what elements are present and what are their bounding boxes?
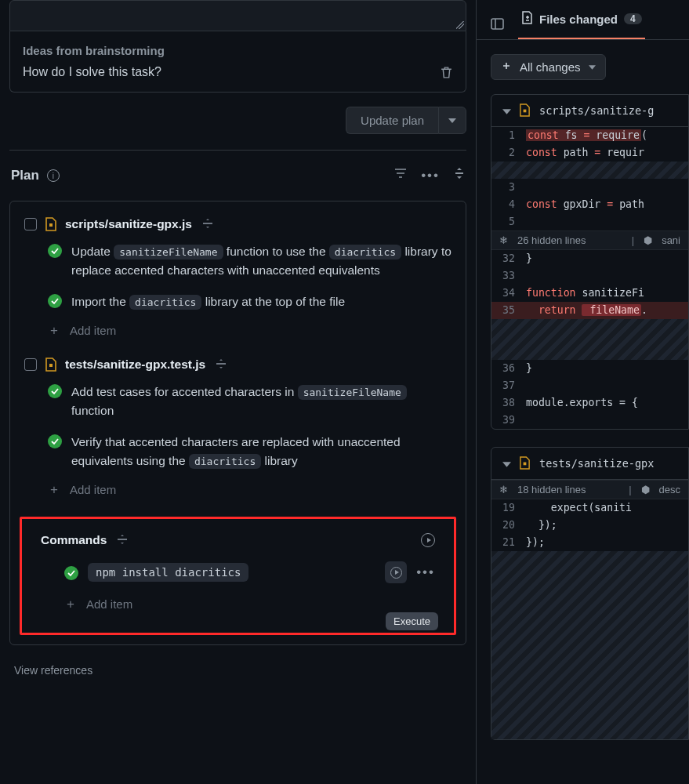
diff-icon (501, 60, 512, 74)
svg-rect-4 (524, 463, 527, 466)
snowflake-icon: ❄ (499, 234, 508, 246)
svg-rect-1 (49, 364, 53, 367)
plan-textarea[interactable] (9, 0, 466, 31)
diff-file: tests/sanitize-gpx ❄ 18 hidden lines | ⬢… (491, 447, 689, 740)
line-number: 38 (491, 394, 526, 412)
update-plan-dropdown[interactable] (438, 107, 466, 134)
plan-file-group: tests/sanitize-gpx.test.js Add test case… (24, 358, 451, 496)
chevron-down-icon[interactable] (502, 104, 511, 117)
file-checkbox[interactable] (24, 358, 37, 371)
code-chip: diacritics (189, 454, 261, 469)
chevron-down-icon (589, 65, 596, 70)
file-modified-icon (45, 358, 57, 372)
info-icon[interactable]: i (47, 169, 60, 182)
tabs-row: Files changed 4 (477, 0, 689, 40)
plan-item[interactable]: Import the diacritics library at the top… (48, 292, 451, 311)
sidebar-toggle-icon[interactable] (491, 17, 504, 33)
run-all-icon[interactable] (421, 533, 435, 547)
hidden-lines-right: sani (662, 234, 680, 246)
svg-rect-2 (491, 19, 503, 29)
line-number: 34 (491, 285, 526, 302)
hidden-lines-toggle[interactable]: ❄ 26 hidden lines | ⬢ sani (491, 230, 688, 250)
file-diff-icon (521, 11, 533, 27)
files-count-badge: 4 (624, 13, 642, 24)
plan-file-name[interactable]: tests/sanitize-gpx.test.js (65, 358, 205, 372)
plan-file-name[interactable]: scripts/sanitize-gpx.js (65, 217, 192, 231)
add-item-label: Add item (70, 483, 116, 496)
plus-icon: + (64, 598, 77, 611)
file-checkbox[interactable] (24, 218, 37, 230)
hidden-lines-toggle[interactable]: ❄ 18 hidden lines | ⬢ desc (491, 480, 688, 499)
filter-changes-dropdown[interactable]: All changes (491, 54, 606, 80)
diff-body: ❄ 18 hidden lines | ⬢ desc 19 expect(san… (491, 480, 688, 739)
plan-file-group: scripts/sanitize-gpx.js Update sanitizeF… (24, 217, 451, 337)
line-number: 39 (491, 412, 526, 429)
code-chip: diacritics (129, 295, 201, 310)
chevron-down-icon[interactable] (502, 457, 511, 470)
brainstorm-box: Ideas from brainstorming How do I solve … (9, 31, 466, 93)
line-number: 35 (491, 302, 526, 319)
check-icon (48, 294, 62, 308)
line-number: 32 (491, 250, 526, 267)
svg-rect-0 (49, 223, 53, 227)
line-number: 33 (491, 267, 526, 285)
code-chip: sanitizeFileName (114, 245, 223, 260)
commands-title: Commands (41, 533, 107, 547)
line-number: 36 (491, 360, 526, 377)
tab-files-changed[interactable]: Files changed 4 (518, 11, 645, 39)
file-modified-icon (45, 217, 57, 231)
svg-rect-3 (524, 110, 527, 113)
plus-icon: + (48, 484, 60, 496)
filter-icon[interactable] (394, 168, 407, 183)
file-modified-icon (519, 456, 531, 470)
line-number: 20 (491, 517, 526, 534)
add-item-button[interactable]: + Add item (48, 324, 451, 337)
update-plan-button-group: Update plan (346, 107, 466, 134)
drag-handle-icon[interactable] (203, 219, 212, 230)
view-references-link[interactable]: View references (8, 645, 468, 695)
plan-card: scripts/sanitize-gpx.js Update sanitizeF… (9, 201, 466, 645)
line-number: 1 (491, 127, 526, 144)
trash-icon[interactable] (440, 66, 453, 79)
tab-label: Files changed (539, 13, 618, 26)
snowflake-icon: ❄ (499, 484, 508, 495)
diff-body: 1const fs = require( 2const path = requi… (491, 127, 688, 429)
more-icon[interactable]: ••• (416, 564, 435, 580)
plan-item-text: Import the diacritics library at the top… (71, 292, 345, 311)
plan-item[interactable]: Verify that accented characters are repl… (48, 433, 451, 470)
diff-filename[interactable]: tests/sanitize-gpx (539, 457, 654, 470)
brainstorm-prompt[interactable]: How do I solve this task? (23, 65, 161, 79)
plan-title: Plan (11, 168, 39, 183)
drag-handle-icon[interactable] (216, 359, 226, 371)
add-item-label: Add item (86, 597, 132, 611)
add-command-button[interactable]: + Add item (64, 597, 435, 611)
commands-section: Commands npm install diacritics ••• + Ad… (20, 517, 456, 635)
add-item-button[interactable]: + Add item (48, 483, 451, 496)
filter-label: All changes (520, 60, 581, 74)
command-item[interactable]: npm install diacritics ••• (64, 561, 435, 583)
cube-icon: ⬢ (644, 234, 652, 246)
plan-item[interactable]: Update sanitizeFileName function to use … (48, 242, 451, 280)
code-chip: sanitizeFileName (298, 385, 407, 400)
hidden-lines-right: desc (659, 484, 680, 495)
collapse-icon[interactable] (454, 168, 465, 183)
line-number: 2 (491, 144, 526, 162)
drag-handle-icon[interactable] (118, 535, 127, 546)
plan-item[interactable]: Add test cases for accented characters i… (48, 383, 451, 420)
diff-filename[interactable]: scripts/sanitize-g (539, 104, 654, 117)
plus-icon: + (48, 325, 60, 337)
plan-item-text: Update sanitizeFileName function to use … (71, 242, 451, 280)
cube-icon: ⬢ (641, 484, 650, 495)
line-number: 21 (491, 534, 526, 551)
command-text: npm install diacritics (88, 563, 248, 582)
brainstorm-title: Ideas from brainstorming (23, 44, 453, 57)
plan-header: Plan i ••• (8, 151, 468, 201)
execute-button[interactable] (385, 561, 407, 583)
line-number: 5 (491, 213, 526, 230)
update-plan-button[interactable]: Update plan (346, 107, 438, 134)
hidden-lines-text: 26 hidden lines (517, 234, 586, 246)
check-icon (48, 434, 62, 448)
more-icon[interactable]: ••• (421, 168, 440, 183)
plan-item-text: Verify that accented characters are repl… (71, 433, 451, 470)
execute-tooltip: Execute (386, 612, 438, 630)
